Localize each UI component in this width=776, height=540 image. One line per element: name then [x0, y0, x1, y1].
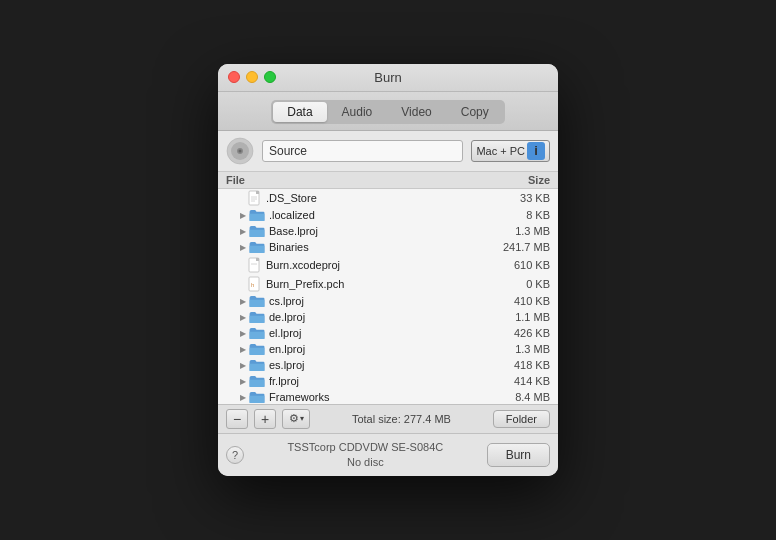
list-item[interactable]: ▶ Binaries 241.7 MB	[218, 240, 558, 256]
file-list-header: File Size	[218, 172, 558, 189]
file-name: Binaries	[269, 241, 480, 253]
file-name: fr.lproj	[269, 375, 480, 387]
svg-text:h: h	[251, 282, 254, 288]
format-info-icon: i	[534, 143, 538, 158]
list-item[interactable]: ▶ Base.lproj 1.3 MB	[218, 224, 558, 240]
tab-copy[interactable]: Copy	[447, 102, 503, 122]
file-size: 610 KB	[480, 259, 550, 271]
format-info-button[interactable]: i	[527, 142, 545, 160]
tab-group: Data Audio Video Copy	[271, 100, 505, 124]
file-size: 418 KB	[480, 359, 550, 371]
toolbar: Data Audio Video Copy	[218, 92, 558, 131]
arrow-icon	[238, 279, 248, 289]
format-label: Mac + PC	[476, 145, 525, 157]
file-name: cs.lproj	[269, 295, 480, 307]
folder-icon	[248, 311, 266, 324]
file-name: Burn.xcodeproj	[266, 259, 480, 271]
arrow-icon: ▶	[238, 312, 248, 322]
folder-button[interactable]: Folder	[493, 410, 550, 428]
file-name: Burn_Prefix.pch	[266, 278, 480, 290]
traffic-lights	[228, 71, 276, 83]
list-item[interactable]: Burn.xcodeproj 610 KB	[218, 256, 558, 275]
file-size: 1.3 MB	[480, 343, 550, 355]
status-bar: ? TSSTcorp CDDVDW SE-S084C No disc Burn	[218, 433, 558, 477]
list-item[interactable]: ▶ en.lproj 1.3 MB	[218, 342, 558, 358]
list-item[interactable]: ▶ el.lproj 426 KB	[218, 326, 558, 342]
file-name: el.lproj	[269, 327, 480, 339]
bottom-bar: − + ⚙ ▾ Total size: 277.4 MB Folder	[218, 404, 558, 433]
folder-icon	[248, 375, 266, 388]
file-size: 241.7 MB	[480, 241, 550, 253]
list-item[interactable]: .DS_Store 33 KB	[218, 189, 558, 208]
arrow-icon	[238, 193, 248, 203]
file-name: .localized	[269, 209, 480, 221]
titlebar: Burn	[218, 64, 558, 92]
file-size: 1.1 MB	[480, 311, 550, 323]
maximize-button[interactable]	[264, 71, 276, 83]
help-button[interactable]: ?	[226, 446, 244, 464]
folder-icon	[248, 391, 266, 404]
source-bar: Mac + PC i	[218, 131, 558, 172]
list-item[interactable]: h Burn_Prefix.pch 0 KB	[218, 275, 558, 294]
file-size: 0 KB	[480, 278, 550, 290]
source-input[interactable]	[262, 140, 463, 162]
file-name: Frameworks	[269, 391, 480, 403]
file-name: en.lproj	[269, 343, 480, 355]
column-size: Size	[528, 174, 550, 186]
device-line2: No disc	[252, 455, 479, 470]
file-size: 1.3 MB	[480, 225, 550, 237]
close-button[interactable]	[228, 71, 240, 83]
tab-data[interactable]: Data	[273, 102, 326, 122]
arrow-icon: ▶	[238, 242, 248, 252]
list-item[interactable]: ▶ .localized 8 KB	[218, 208, 558, 224]
folder-icon	[248, 343, 266, 356]
folder-icon	[248, 359, 266, 372]
plus-icon: +	[261, 411, 269, 427]
file-size: 8 KB	[480, 209, 550, 221]
file-icon	[248, 257, 262, 273]
arrow-icon: ▶	[238, 376, 248, 386]
file-size: 33 KB	[480, 192, 550, 204]
arrow-icon: ▶	[238, 328, 248, 338]
help-icon: ?	[232, 449, 238, 461]
file-size: 414 KB	[480, 375, 550, 387]
tab-video[interactable]: Video	[387, 102, 445, 122]
svg-point-3	[239, 149, 242, 152]
folder-icon	[248, 327, 266, 340]
list-item[interactable]: ▶ Frameworks 8.4 MB	[218, 390, 558, 404]
arrow-icon: ▶	[238, 392, 248, 402]
file-name: es.lproj	[269, 359, 480, 371]
arrow-icon: ▶	[238, 210, 248, 220]
tab-audio[interactable]: Audio	[328, 102, 387, 122]
file-size: 426 KB	[480, 327, 550, 339]
add-button[interactable]: +	[254, 409, 276, 429]
burn-window: Burn Data Audio Video Copy Mac + PC i Fi…	[218, 64, 558, 477]
list-item[interactable]: ▶ fr.lproj 414 KB	[218, 374, 558, 390]
chevron-down-icon: ▾	[300, 414, 304, 423]
burn-button[interactable]: Burn	[487, 443, 550, 467]
device-info: TSSTcorp CDDVDW SE-S084C No disc	[252, 440, 479, 471]
folder-icon	[248, 225, 266, 238]
gear-icon: ⚙	[289, 412, 299, 425]
file-size: 410 KB	[480, 295, 550, 307]
list-item[interactable]: ▶ es.lproj 418 KB	[218, 358, 558, 374]
file-icon	[248, 190, 262, 206]
arrow-icon: ▶	[238, 226, 248, 236]
file-list[interactable]: .DS_Store 33 KB ▶ .localized 8 KB ▶ Base…	[218, 189, 558, 404]
arrow-icon: ▶	[238, 296, 248, 306]
column-file: File	[226, 174, 245, 186]
remove-button[interactable]: −	[226, 409, 248, 429]
minus-icon: −	[233, 411, 241, 427]
disc-icon	[226, 137, 254, 165]
action-button[interactable]: ⚙ ▾	[282, 409, 310, 429]
format-selector[interactable]: Mac + PC i	[471, 140, 550, 162]
device-line1: TSSTcorp CDDVDW SE-S084C	[252, 440, 479, 455]
file-h-icon: h	[248, 276, 262, 292]
arrow-icon	[238, 260, 248, 270]
list-item[interactable]: ▶ de.lproj 1.1 MB	[218, 310, 558, 326]
folder-icon	[248, 241, 266, 254]
file-name: Base.lproj	[269, 225, 480, 237]
list-item[interactable]: ▶ cs.lproj 410 KB	[218, 294, 558, 310]
file-size: 8.4 MB	[480, 391, 550, 403]
minimize-button[interactable]	[246, 71, 258, 83]
